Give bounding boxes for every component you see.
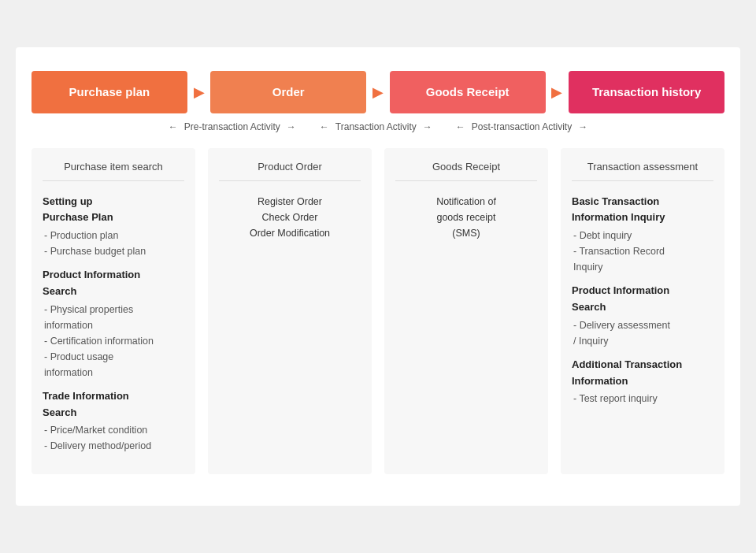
col-goods-body: Notification of goods receipt (SMS)	[395, 194, 537, 241]
col-purchase-body: Setting up Purchase Plan- Production pla…	[43, 194, 184, 455]
col-purchase-section-title-1: Product Information Search	[43, 267, 184, 300]
col-order-body: Register OrderCheck OrderOrder Modificat…	[219, 194, 361, 241]
pre-left-arrow: ←	[169, 121, 178, 132]
arrow-1: ▶	[187, 84, 211, 101]
col-order: Product OrderRegister OrderCheck OrderOr…	[208, 148, 372, 475]
col-transaction-section-title-1: Product Information Search	[572, 283, 713, 316]
col-goods-header: Goods Receipt	[395, 161, 537, 181]
flow-step-purchase-plan: Purchase plan	[32, 71, 187, 113]
col-transaction-section-title-0: Basic Transaction Information Inquiry	[572, 194, 713, 227]
col-transaction-header: Transaction assessment	[572, 161, 713, 181]
col-transaction-body: Basic Transaction Information Inquiry- D…	[572, 194, 713, 407]
flow-step-transaction-history: Transaction history	[569, 71, 724, 113]
col-transaction-section-1: Product Information Search- Delivery ass…	[572, 283, 713, 349]
col-purchase-section-0: Setting up Purchase Plan- Production pla…	[43, 194, 184, 260]
col-order-item-0-0: Register Order	[219, 194, 361, 210]
col-transaction-item-2-0: - Test report inquiry	[572, 391, 713, 406]
col-order-header: Product Order	[219, 161, 361, 181]
pre-transaction-section: ← Pre-transaction Activity →	[169, 121, 296, 132]
col-purchase-item-1-0: - Physical properties information	[43, 302, 184, 333]
arrow-2: ▶	[366, 84, 390, 101]
col-purchase-item-1-1: - Certification information	[43, 333, 184, 349]
flow-step-order: Order	[210, 71, 366, 113]
col-transaction: Transaction assessmentBasic Transaction …	[561, 148, 724, 475]
arrow-3: ▶	[546, 84, 569, 101]
page-container: Purchase plan ▶ Order ▶ Goods Receipt ▶ …	[16, 47, 740, 507]
col-transaction-section-title-2: Additional Transaction Information	[572, 357, 713, 390]
columns-row: Purchase item searchSetting up Purchase …	[32, 148, 724, 475]
col-purchase-section-title-0: Setting up Purchase Plan	[43, 194, 184, 227]
col-goods-section-0: Notification of goods receipt (SMS)	[395, 194, 537, 241]
col-transaction-section-2: Additional Transaction Information- Test…	[572, 357, 713, 407]
post-right-arrow: →	[578, 121, 587, 132]
col-goods: Goods ReceiptNotification of goods recei…	[384, 148, 548, 475]
post-transaction-section: ← Post-transaction Activity →	[456, 121, 587, 132]
flow-step-goods-receipt: Goods Receipt	[390, 71, 546, 113]
col-purchase-header: Purchase item search	[43, 161, 184, 181]
mid-transaction-section: ← Transaction Activity →	[320, 121, 432, 132]
pre-right-arrow: →	[287, 121, 296, 132]
col-order-item-0-2: Order Modification	[219, 225, 361, 241]
mid-right-arrow: →	[423, 121, 432, 132]
col-transaction-item-0-1: - Transaction Record Inquiry	[572, 243, 713, 275]
col-purchase-item-2-1: - Delivery method/period	[43, 438, 184, 454]
col-purchase-item-2-0: - Price/Market condition	[43, 422, 184, 438]
post-left-arrow: ←	[456, 121, 465, 132]
mid-transaction-label: Transaction Activity	[335, 121, 417, 132]
col-purchase-item-0-0: - Production plan	[43, 228, 184, 243]
col-order-section-0: Register OrderCheck OrderOrder Modificat…	[219, 194, 361, 241]
col-purchase-section-2: Trade Information Search- Price/Market c…	[43, 388, 184, 455]
col-purchase-item-1-2: - Product usage information	[43, 349, 184, 380]
activity-row: ← Pre-transaction Activity → ← Transacti…	[32, 121, 724, 132]
post-transaction-label: Post-transaction Activity	[472, 121, 572, 132]
col-purchase: Purchase item searchSetting up Purchase …	[32, 148, 195, 475]
col-purchase-section-1: Product Information Search- Physical pro…	[43, 267, 184, 380]
col-order-item-0-1: Check Order	[219, 210, 361, 225]
flow-row: Purchase plan ▶ Order ▶ Goods Receipt ▶ …	[32, 71, 724, 113]
pre-transaction-label: Pre-transaction Activity	[184, 121, 280, 132]
col-transaction-item-1-0: - Delivery assessment / Inquiry	[572, 317, 713, 349]
col-transaction-item-0-0: - Debt inquiry	[572, 228, 713, 243]
col-transaction-section-0: Basic Transaction Information Inquiry- D…	[572, 194, 713, 276]
col-purchase-item-0-1: - Purchase budget plan	[43, 243, 184, 259]
col-purchase-section-title-2: Trade Information Search	[43, 388, 184, 421]
mid-left-arrow: ←	[320, 121, 329, 132]
col-goods-item-0-0: Notification of goods receipt (SMS)	[395, 194, 537, 241]
